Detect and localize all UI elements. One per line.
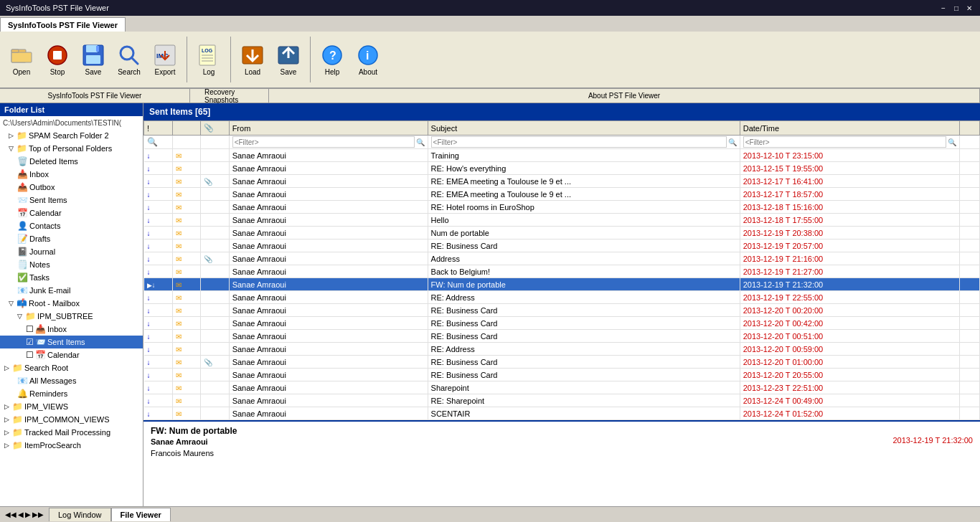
sidebar-item-ipm-subtree[interactable]: ▽ 📁 IPM_SUBTREE	[0, 310, 143, 323]
about-button[interactable]: i About	[351, 38, 385, 81]
table-row[interactable]: ↓ ✉ Sanae Amraoui RE: Business Card 2013…	[144, 239, 980, 252]
nav-next[interactable]: ▶	[25, 511, 31, 518]
cell-type: ✉	[172, 356, 201, 369]
log-button[interactable]: LOG Log	[192, 38, 226, 81]
sidebar-item-inbox[interactable]: 📥 Inbox	[0, 168, 143, 181]
table-row[interactable]: ↓ ✉ Sanae Amraoui RE: Hotel rooms in Eur…	[144, 201, 980, 214]
help-label: Help	[325, 68, 340, 76]
main-tab[interactable]: SysInfoTools PST File Viewer	[0, 17, 126, 32]
maximize-button[interactable]: □	[951, 3, 961, 13]
cell-from: Sanae Amraoui	[229, 343, 428, 356]
cell-attach: 📎	[201, 175, 230, 188]
sidebar-item-top-personal[interactable]: ▽ 📁 Top of Personal Folders	[0, 142, 143, 155]
sidebar-item-calendar[interactable]: 📅 Calendar	[0, 207, 143, 219]
search-label: Search	[118, 68, 141, 76]
table-row[interactable]: ↓ ✉ Sanae Amraoui RE: Address 2013-12-19…	[144, 291, 980, 304]
sidebar-item-deleted[interactable]: 🗑️ Deleted Items	[0, 155, 143, 168]
cell-flag: ↓	[144, 188, 173, 201]
table-row[interactable]: ↓ ✉ 📎 Sanae Amraoui Address 2013-12-19 T…	[144, 252, 980, 265]
toolbar-group-recovery: Load Save	[235, 37, 311, 82]
stop-button[interactable]: Stop	[40, 38, 75, 81]
table-row[interactable]: ↓ ✉ Sanae Amraoui Num de portable 2013-1…	[144, 227, 980, 239]
cell-extra	[960, 317, 980, 330]
open-button[interactable]: Open	[4, 38, 39, 81]
table-row[interactable]: ↓ ✉ Sanae Amraoui Training 2013-12-10 T …	[144, 149, 980, 162]
filter-from-input[interactable]	[232, 136, 415, 148]
sidebar-item-reminders[interactable]: 🔔 Reminders	[0, 387, 143, 400]
sidebar-item-sent[interactable]: 📨 Sent Items	[0, 194, 143, 207]
export-button[interactable]: IMG Export	[148, 38, 182, 81]
col-header-attach[interactable]: 📎	[201, 121, 230, 136]
col-header-from[interactable]: From	[229, 121, 428, 136]
help-button[interactable]: ? Help	[315, 38, 349, 81]
email-table-wrapper[interactable]: ! 📎 From Subject Date/Time	[143, 120, 980, 420]
sidebar-item-inbox2[interactable]: ☐ 📥 Inbox	[0, 323, 143, 336]
save2-button[interactable]: Save	[271, 38, 306, 81]
sidebar-item-search-root[interactable]: ▷ 📁 Search Root	[0, 361, 143, 374]
cell-flag: ↓	[144, 330, 173, 343]
col-header-flags[interactable]: !	[144, 121, 173, 136]
table-row[interactable]: ↓ ✉ 📎 Sanae Amraoui RE: Business Card 20…	[144, 356, 980, 369]
preview-subject: FW: Num de portable	[151, 426, 973, 436]
cell-type: ✉	[172, 149, 201, 162]
col-header-type[interactable]	[172, 121, 201, 136]
nav-last[interactable]: ▶▶	[32, 511, 44, 518]
table-row[interactable]: ↓ ✉ 📎 Sanae Amraoui RE: EMEA meeting a T…	[144, 175, 980, 188]
nav-prev[interactable]: ◀	[18, 511, 24, 518]
filter-from-cell: 🔍	[229, 136, 428, 149]
cell-flag: ↓	[144, 356, 173, 369]
sidebar-item-outbox[interactable]: 📤 Outbox	[0, 181, 143, 194]
table-row[interactable]: ↓ ✉ Sanae Amraoui RE: EMEA meeting a Tou…	[144, 188, 980, 201]
sidebar-item-ipm-common[interactable]: ▷ 📁 IPM_COMMON_VIEWS	[0, 413, 143, 426]
sidebar-item-calendar2[interactable]: ☐ 📅 Calendar	[0, 348, 143, 361]
col-header-date[interactable]: Date/Time	[740, 121, 960, 136]
sidebar-item-notes[interactable]: 🗒️ Notes	[0, 258, 143, 271]
sidebar-item-contacts[interactable]: 👤 Contacts	[0, 219, 143, 232]
col-header-subject[interactable]: Subject	[428, 121, 740, 136]
sidebar-item-spam[interactable]: ▷ 📁 SPAM Search Folder 2	[0, 129, 143, 142]
table-row[interactable]: ↓ ✉ Sanae Amraoui RE: Business Card 2013…	[144, 330, 980, 343]
window-controls: − □ ✕	[938, 3, 974, 13]
sidebar-item-root-mailbox[interactable]: ▽ 📫 Root - Mailbox	[0, 297, 143, 310]
table-row[interactable]: ↓ ✉ Sanae Amraoui RE: How's everything 2…	[144, 162, 980, 175]
search-button[interactable]: Search	[112, 38, 146, 81]
email-table: ! 📎 From Subject Date/Time	[143, 120, 980, 420]
table-row[interactable]: ↓ ✉ Sanae Amraoui RE: Sharepoint 2013-12…	[144, 394, 980, 407]
cell-subject: RE: Business Card	[428, 304, 740, 317]
table-row[interactable]: ↓ ✉ Sanae Amraoui RE: Business Card 2013…	[144, 317, 980, 330]
nav-first[interactable]: ◀◀	[5, 511, 17, 518]
filter-subject-input[interactable]	[431, 136, 727, 148]
load-label: Load	[245, 68, 260, 76]
table-row[interactable]: ↓ ✉ Sanae Amraoui SCENTAIR 2013-12-24 T …	[144, 407, 980, 420]
tab-log-window[interactable]: Log Window	[49, 508, 111, 521]
sidebar-item-drafts[interactable]: 📝 Drafts	[0, 232, 143, 245]
table-row[interactable]: ↓ ✉ Sanae Amraoui Hello 2013-12-18 T 17:…	[144, 214, 980, 227]
table-row[interactable]: ↓ ✉ Sanae Amraoui RE: Business Card 2013…	[144, 369, 980, 381]
sidebar-item-ipm-views[interactable]: ▷ 📁 IPM_VIEWS	[0, 400, 143, 413]
table-row[interactable]: ↓ ✉ Sanae Amraoui RE: Address 2013-12-20…	[144, 343, 980, 356]
table-row[interactable]: ↓ ✉ Sanae Amraoui Back to Belgium! 2013-…	[144, 265, 980, 278]
sidebar-item-item-proc[interactable]: ▷ 📁 ItemProcSearch	[0, 439, 143, 452]
minimize-button[interactable]: −	[938, 3, 948, 13]
sidebar-item-tracked-mail[interactable]: ▷ 📁 Tracked Mail Processing	[0, 426, 143, 439]
cell-date: 2013-12-19 T 21:32:00	[740, 278, 960, 291]
close-button[interactable]: ✕	[964, 3, 974, 13]
cell-attach	[201, 188, 230, 201]
cell-type: ✉	[172, 265, 201, 278]
table-row[interactable]: ↓ ✉ Sanae Amraoui Sharepoint 2013-12-23 …	[144, 381, 980, 394]
table-row[interactable]: ↓ ✉ Sanae Amraoui RE: Business Card 2013…	[144, 304, 980, 317]
table-row[interactable]: ▶↓ ✉ Sanae Amraoui FW: Num de portable 2…	[144, 278, 980, 291]
sidebar-item-all-messages[interactable]: 📧 All Messages	[0, 374, 143, 387]
filter-date-input[interactable]	[743, 136, 947, 148]
cell-attach	[201, 149, 230, 162]
save-button[interactable]: Save	[76, 38, 110, 81]
cell-flag: ↓	[144, 317, 173, 330]
load-button[interactable]: Load	[235, 38, 270, 81]
sidebar-item-sent2[interactable]: ☑ 📨 Sent Items	[0, 336, 143, 348]
cell-date: 2013-12-24 T 01:52:00	[740, 407, 960, 420]
cell-attach	[201, 369, 230, 381]
tab-file-viewer[interactable]: File Viewer	[111, 508, 171, 521]
sidebar-item-junk[interactable]: 📧 Junk E-mail	[0, 284, 143, 297]
sidebar-item-journal[interactable]: 📓 Journal	[0, 245, 143, 258]
sidebar-item-tasks[interactable]: ✅ Tasks	[0, 271, 143, 284]
